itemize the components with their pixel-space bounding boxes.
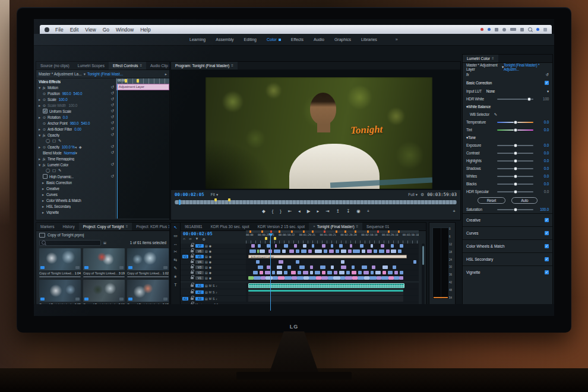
timeline-clip[interactable] (362, 265, 367, 269)
reset-icon[interactable]: ↺ (111, 97, 114, 102)
voiceover-record-icon[interactable]: ♪ (216, 284, 217, 287)
sync-lock-icon[interactable]: ▤ (205, 297, 208, 301)
auto-button[interactable]: Auto (511, 197, 538, 204)
contrast-slider[interactable] (497, 153, 533, 154)
export-frame-icon[interactable]: ◉ (356, 208, 361, 214)
timeline-clip[interactable] (304, 276, 309, 280)
param-value[interactable]: 100.0 (68, 103, 77, 108)
battery-icon[interactable] (510, 28, 516, 31)
source-patch-badge[interactable]: V1 (182, 255, 189, 258)
slider-knob[interactable] (513, 120, 517, 124)
timeline-clip[interactable] (341, 265, 346, 269)
timeline-clip[interactable] (284, 276, 292, 280)
hdr-specular-value[interactable]: 0.0 (537, 189, 549, 194)
hsl-secondary-checkbox[interactable]: ✓ (545, 257, 549, 261)
timeline-clip[interactable] (312, 244, 314, 248)
timeline-clip[interactable] (301, 249, 306, 253)
vertical-scrollbar[interactable] (422, 244, 425, 306)
timeline-clip[interactable] (284, 271, 287, 274)
add-marker-icon[interactable]: ▼ (195, 237, 199, 241)
track-target-badge[interactable]: A2 (195, 290, 204, 294)
workspace-tab-audio[interactable]: Audio (314, 37, 324, 42)
mute-button[interactable]: M (209, 297, 211, 301)
timeline-clip[interactable] (265, 271, 270, 274)
source-patch-badge[interactable]: A1 (182, 297, 189, 301)
add-keyframe-icon[interactable]: ◆ (79, 145, 83, 149)
extract-icon[interactable]: ↧ (346, 208, 350, 214)
zoom-fit-dropdown[interactable]: Fit▾ (211, 192, 219, 197)
prev-keyframe-icon[interactable]: ◂ (75, 145, 79, 149)
timeline-clip[interactable] (298, 271, 301, 274)
stopwatch-icon[interactable]: ⊙ (43, 145, 48, 149)
project-item[interactable]: Copy of Tonight Linked...3:19 (83, 248, 125, 277)
stopwatch-icon[interactable]: ⊙ (43, 103, 48, 108)
master-clip-label[interactable]: Master * Adjustment La... (39, 72, 82, 76)
effect-controls-tab-effect-controls[interactable]: Effect Controls≡ (109, 62, 146, 70)
mini-timeline-ruler[interactable]: 00:00 (116, 78, 169, 84)
tab-program[interactable]: Program: Tonight (Final Master) ≡ (171, 62, 238, 70)
timeline-clip[interactable] (352, 265, 355, 269)
effect-row-blend-mode[interactable]: Blend ModeNormal▾↺ (36, 150, 116, 156)
saturation-value[interactable]: 100.0 (537, 207, 549, 211)
project-tab-history[interactable]: History (58, 223, 78, 230)
param-value[interactable]: 540.0 (81, 121, 90, 125)
param-value[interactable]: 0.00 (74, 127, 81, 131)
lumetri-clip-label[interactable]: Tonight (Final Master) * Adjustm... (504, 63, 549, 71)
reset-icon[interactable]: ↺ (111, 103, 114, 108)
project-item[interactable]: Copy of Tonight Linked...1:04 (39, 248, 81, 277)
sync-lock-icon[interactable]: ▤ (205, 284, 208, 287)
timeline-clip[interactable] (375, 271, 381, 274)
timeline-clip[interactable] (329, 249, 334, 253)
project-tab-markers[interactable]: Markers (36, 223, 58, 230)
timeline-clip[interactable] (256, 260, 260, 264)
workspace-tab-graphics[interactable]: Graphics (334, 37, 351, 42)
timeline-clip[interactable] (278, 276, 285, 280)
effect-group-basic-correction[interactable]: ▸Basic Correction (36, 179, 116, 185)
effect-controls-tab-lumetri-scopes[interactable]: Lumetri Scopes (74, 62, 109, 69)
timeline-clip[interactable] (322, 271, 325, 274)
timeline-clip[interactable] (315, 271, 320, 274)
clip-scrubber[interactable] (39, 276, 81, 277)
add-button-icon[interactable]: + (453, 208, 456, 214)
track-target-badge[interactable]: A3 (195, 297, 204, 301)
param-value[interactable]: 0.0 (63, 115, 68, 119)
lumetri-section-vignette[interactable]: Vignette✓ (463, 265, 552, 279)
sync-lock-icon[interactable]: ▤ (205, 271, 208, 274)
color-wheels-match-checkbox[interactable]: ✓ (545, 244, 549, 248)
creative-checkbox[interactable]: ✓ (545, 218, 549, 222)
timeline-clip[interactable] (391, 244, 393, 248)
timeline-clip[interactable] (279, 260, 283, 264)
timeline-clip[interactable] (341, 260, 344, 264)
timeline-clip[interactable] (291, 271, 296, 274)
go-to-out-icon[interactable]: ⇥ (325, 208, 329, 214)
track-output-eye-icon[interactable]: ◉ (209, 255, 211, 258)
chevron-icon[interactable]: ▸ (39, 115, 43, 119)
effect-group-color-wheels-match[interactable]: ▸Color Wheels & Match (36, 197, 116, 203)
timeline-clip[interactable] (309, 276, 316, 280)
tone-header[interactable]: Tone (468, 135, 476, 140)
reset-icon[interactable]: ↺ (546, 72, 549, 77)
effect-row-uniform-scale[interactable]: ✓Uniform Scale↺ (36, 108, 116, 114)
sequence-clip-label[interactable]: Tonight (Final Mast... (87, 72, 123, 76)
effect-row-lumetri-color[interactable]: ▾fxLumetri Color↺ (36, 162, 116, 167)
step-back-icon[interactable]: ◂ (298, 208, 301, 214)
timeline-clip[interactable] (400, 244, 403, 248)
close-icon[interactable]: × (313, 225, 315, 228)
lock-icon[interactable] (191, 261, 194, 263)
chevron-right-icon[interactable]: ▸ (42, 181, 46, 185)
timeline-clip[interactable] (260, 249, 265, 253)
reset-icon[interactable]: ↺ (111, 91, 114, 96)
lock-icon[interactable] (191, 298, 194, 300)
timeline-tab-sequence-01[interactable]: Sequence 01 (362, 223, 393, 230)
effect-row-rotation[interactable]: ▸⊙Rotation0.0↺ (36, 114, 116, 120)
sync-lock-icon[interactable]: ▤ (205, 260, 208, 264)
checkbox[interactable] (43, 174, 48, 179)
chevron-right-icon[interactable]: ▸ (42, 186, 46, 191)
timeline-clip[interactable] (393, 265, 396, 269)
track-output-eye-icon[interactable]: ◉ (209, 249, 211, 253)
timeline-clip[interactable] (336, 249, 339, 253)
timeline-clip[interactable] (358, 271, 362, 274)
chevron-right-icon[interactable]: ▸ (42, 204, 46, 208)
timeline-clip[interactable] (328, 276, 333, 280)
step-forward-icon[interactable]: ▸ (317, 208, 320, 214)
